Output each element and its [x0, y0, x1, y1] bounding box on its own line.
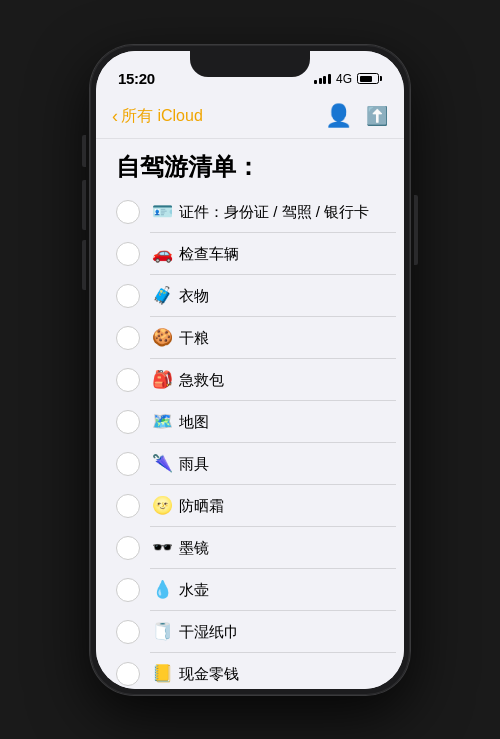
item-content: 🎒急救包 [152, 369, 224, 390]
checkbox[interactable] [116, 326, 140, 350]
share-icon[interactable]: ⬆️ [366, 107, 388, 125]
item-text: 干湿纸巾 [179, 621, 239, 642]
status-right: 4G [314, 72, 382, 86]
checkbox[interactable] [116, 200, 140, 224]
checklist[interactable]: 🪪证件：身份证 / 驾照 / 银行卡🚗检查车辆🧳衣物🍪干粮🎒急救包🗺️地图🌂雨具… [96, 191, 404, 689]
item-emoji: 🧻 [152, 623, 173, 640]
notch [190, 51, 310, 77]
list-item[interactable]: 🚗检查车辆 [104, 233, 396, 275]
item-text: 检查车辆 [179, 243, 239, 264]
item-content: 🕶️墨镜 [152, 537, 209, 558]
list-item[interactable]: 🌂雨具 [104, 443, 396, 485]
nav-actions: 👤 ⬆️ [325, 105, 388, 127]
back-button[interactable]: ‹ 所有 iCloud [112, 106, 203, 127]
item-text: 雨具 [179, 453, 209, 474]
item-emoji: 🌂 [152, 455, 173, 472]
item-content: 🌂雨具 [152, 453, 209, 474]
list-item[interactable]: 🍪干粮 [104, 317, 396, 359]
item-content: 🚗检查车辆 [152, 243, 239, 264]
list-item[interactable]: 🧳衣物 [104, 275, 396, 317]
checkbox[interactable] [116, 284, 140, 308]
list-item[interactable]: 🧻干湿纸巾 [104, 611, 396, 653]
item-content: 💧水壶 [152, 579, 209, 600]
phone-screen: 15:20 4G ‹ 所有 [96, 51, 404, 689]
item-content: 🪪证件：身份证 / 驾照 / 银行卡 [152, 201, 369, 222]
list-item[interactable]: 💧水壶 [104, 569, 396, 611]
item-content: 📒现金零钱 [152, 663, 239, 684]
checkbox[interactable] [116, 368, 140, 392]
signal-icon [314, 74, 331, 84]
checkbox[interactable] [116, 452, 140, 476]
add-person-icon[interactable]: 👤 [325, 105, 352, 127]
page-title: 自驾游清单： [96, 139, 404, 191]
status-time: 15:20 [118, 70, 155, 87]
item-content: 🧻干湿纸巾 [152, 621, 239, 642]
item-emoji: 🍪 [152, 329, 173, 346]
list-item[interactable]: 🕶️墨镜 [104, 527, 396, 569]
list-item[interactable]: 🪪证件：身份证 / 驾照 / 银行卡 [104, 191, 396, 233]
phone-frame: 15:20 4G ‹ 所有 [90, 45, 410, 695]
list-item[interactable]: 🎒急救包 [104, 359, 396, 401]
item-text: 干粮 [179, 327, 209, 348]
item-emoji: 🌝 [152, 497, 173, 514]
item-content: 🗺️地图 [152, 411, 209, 432]
item-text: 证件：身份证 / 驾照 / 银行卡 [179, 201, 369, 222]
item-content: 🍪干粮 [152, 327, 209, 348]
item-emoji: 📒 [152, 665, 173, 682]
checkbox[interactable] [116, 494, 140, 518]
item-emoji: 🚗 [152, 245, 173, 262]
back-label: 所有 iCloud [121, 106, 203, 127]
item-text: 墨镜 [179, 537, 209, 558]
network-label: 4G [336, 72, 352, 86]
chevron-left-icon: ‹ [112, 106, 118, 127]
item-emoji: 🧳 [152, 287, 173, 304]
nav-bar: ‹ 所有 iCloud 👤 ⬆️ [96, 95, 404, 139]
item-text: 急救包 [179, 369, 224, 390]
item-text: 地图 [179, 411, 209, 432]
list-item[interactable]: 🌝防晒霜 [104, 485, 396, 527]
item-content: 🧳衣物 [152, 285, 209, 306]
checkbox[interactable] [116, 242, 140, 266]
item-content: 🌝防晒霜 [152, 495, 224, 516]
item-emoji: 🪪 [152, 203, 173, 220]
item-text: 防晒霜 [179, 495, 224, 516]
list-item[interactable]: 📒现金零钱 [104, 653, 396, 689]
checkbox[interactable] [116, 578, 140, 602]
checkbox[interactable] [116, 620, 140, 644]
content-area: 自驾游清单： 🪪证件：身份证 / 驾照 / 银行卡🚗检查车辆🧳衣物🍪干粮🎒急救包… [96, 139, 404, 689]
checkbox[interactable] [116, 662, 140, 686]
item-text: 衣物 [179, 285, 209, 306]
list-item[interactable]: 🗺️地图 [104, 401, 396, 443]
item-text: 水壶 [179, 579, 209, 600]
checkbox[interactable] [116, 410, 140, 434]
checkbox[interactable] [116, 536, 140, 560]
item-emoji: 💧 [152, 581, 173, 598]
item-emoji: 🎒 [152, 371, 173, 388]
item-emoji: 🕶️ [152, 539, 173, 556]
battery-icon [357, 73, 382, 84]
item-text: 现金零钱 [179, 663, 239, 684]
item-emoji: 🗺️ [152, 413, 173, 430]
